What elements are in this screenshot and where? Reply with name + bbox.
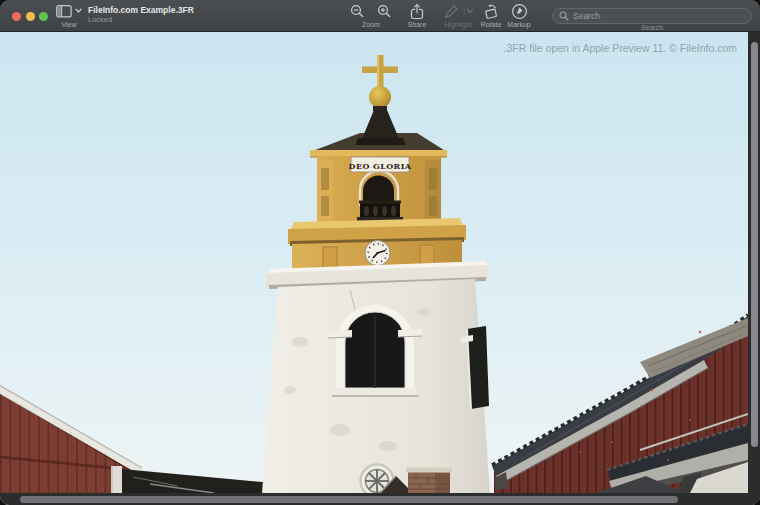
highlight-button[interactable]: Highlight [436, 0, 480, 32]
document-view: DEO GLORIA [0, 32, 760, 505]
watermark-text: .3FR file open in Apple Preview 11. © Fi… [504, 42, 737, 54]
view-button[interactable]: View [54, 0, 84, 32]
zoom-in-button[interactable] [375, 2, 394, 20]
highlighter-pen-icon [442, 3, 459, 19]
share-icon [408, 3, 426, 20]
rotate-label: Rotate [481, 21, 502, 28]
vertical-scrollbar-track[interactable] [748, 32, 760, 505]
vertical-scrollbar-thumb[interactable] [751, 42, 758, 447]
search-input[interactable] [573, 11, 745, 21]
sidebar-icon [56, 5, 72, 18]
search-label: Search [552, 24, 752, 31]
window-subtitle: Locked [88, 15, 194, 24]
preview-window: View FileInfo.com Example.3FR Locked [0, 0, 760, 505]
zoom-out-button[interactable] [348, 2, 367, 20]
magnifier-minus-icon [350, 4, 365, 19]
traffic-minimize-button[interactable] [26, 12, 35, 21]
chevron-down-icon [75, 8, 82, 14]
highlight-label: Highlight [444, 21, 471, 28]
horizontal-scrollbar-thumb[interactable] [20, 496, 678, 503]
share-label: Share [408, 21, 427, 28]
titlebar: View FileInfo.com Example.3FR Locked [0, 0, 760, 32]
zoom-label: Zoom [362, 21, 380, 28]
search-field[interactable] [552, 8, 752, 24]
traffic-close-button[interactable] [12, 12, 21, 21]
markup-pen-icon [511, 3, 528, 20]
search-icon [559, 11, 569, 21]
traffic-zoom-button[interactable] [39, 12, 48, 21]
markup-label: Markup [507, 21, 530, 28]
deo-gloria-sign: DEO GLORIA [349, 161, 412, 171]
rotate-icon [482, 3, 500, 20]
magnifier-plus-icon [377, 4, 392, 19]
chevron-down-icon [463, 4, 475, 19]
photo-canvas: DEO GLORIA [0, 32, 748, 493]
horizontal-scrollbar-track[interactable] [0, 493, 760, 505]
view-label: View [61, 21, 76, 28]
window-title: FileInfo.com Example.3FR [88, 5, 194, 15]
markup-button[interactable]: Markup [503, 0, 535, 32]
share-button[interactable]: Share [399, 0, 435, 32]
